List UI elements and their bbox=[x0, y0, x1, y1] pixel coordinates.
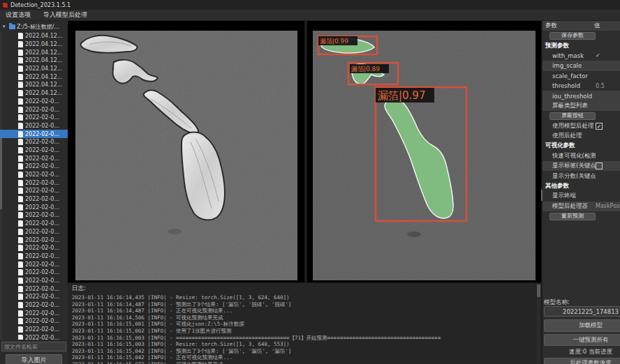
file-icon bbox=[18, 326, 23, 333]
postprocess-change-button[interactable]: 后处理参数改变 bbox=[544, 358, 620, 364]
log-scrollbar[interactable] bbox=[537, 285, 540, 363]
param-row[interactable]: 使用后处理 bbox=[542, 131, 620, 141]
import-images-button[interactable]: 导入图片 bbox=[6, 354, 62, 364]
file-name: 2022.04.12... bbox=[25, 66, 62, 72]
file-list-item[interactable]: 2022-02-0... bbox=[0, 146, 68, 155]
param-row[interactable]: scale_factor bbox=[542, 71, 620, 81]
file-name: 2022-02-0... bbox=[25, 294, 59, 300]
param-checkbox[interactable]: ✓ bbox=[596, 123, 603, 130]
original-image-view[interactable] bbox=[68, 21, 304, 282]
file-icon bbox=[18, 318, 23, 324]
file-list-item[interactable]: 2022-02-0... bbox=[0, 122, 68, 130]
file-name: 2022-02-0... bbox=[25, 237, 59, 243]
file-list-item[interactable]: 2022-02-0... bbox=[0, 309, 68, 317]
file-list-item[interactable]: 2022-02-0... bbox=[0, 154, 68, 162]
param-row[interactable]: 使用模型后处理✓ bbox=[542, 121, 620, 131]
file-icon bbox=[18, 180, 23, 186]
file-list-item[interactable]: 2022-02-0... bbox=[0, 260, 68, 268]
tree-root-folder[interactable]: ▾ Z:/5-标注数据/... bbox=[3, 22, 59, 31]
file-icon bbox=[18, 57, 23, 63]
file-list-item[interactable]: 2022-02-0... bbox=[0, 236, 68, 244]
param-row[interactable]: 模型后处理器MaskPostPro bbox=[542, 202, 620, 211]
param-row[interactable]: 屏蔽类型列表 bbox=[542, 101, 620, 111]
file-name: 2022-02-0... bbox=[25, 156, 59, 162]
file-list-item[interactable]: 2022.04.12... bbox=[0, 48, 68, 56]
param-label: with_mask bbox=[542, 52, 596, 59]
param-row[interactable]: iou_threshold bbox=[542, 91, 620, 100]
prediction-image-view[interactable]: 漏箔|0.99 漏箔|0.89 漏箔|0.97 bbox=[307, 21, 541, 282]
file-list-item[interactable]: 2022-02-0... bbox=[0, 277, 68, 285]
file-list-item[interactable]: 2022-02-0... bbox=[0, 252, 68, 261]
search-input[interactable] bbox=[1, 342, 66, 351]
file-list-item[interactable]: 2022.04.12... bbox=[0, 56, 68, 65]
file-list-item[interactable]: 2022.04.12... bbox=[0, 73, 68, 81]
file-name: 2022-02-0... bbox=[25, 188, 59, 194]
param-rows: 保存参数预测参数with_mask✓img_scalescale_factort… bbox=[542, 31, 620, 221]
file-list-item[interactable]: 2022-02-0... bbox=[0, 130, 68, 138]
param-checkbox[interactable] bbox=[596, 162, 603, 169]
file-name: 2022-02-0... bbox=[25, 180, 59, 186]
log-line: 2023-01-11 16:16:15,073 |INFO| - 可视化预测结果… bbox=[68, 361, 541, 364]
log-line: 2023-01-11 16:16:15,003 |INFO| - Resize:… bbox=[68, 341, 541, 348]
file-list-item[interactable]: 2022-02-0... bbox=[0, 171, 68, 179]
image-smudge bbox=[407, 232, 421, 237]
log-scrollbar-thumb[interactable] bbox=[537, 285, 540, 297]
file-list-item[interactable]: 2022-02-0... bbox=[0, 98, 68, 106]
param-row[interactable]: threshold0.5 bbox=[542, 81, 620, 91]
file-list-item[interactable]: 2022-02-0... bbox=[0, 195, 68, 204]
file-list-item[interactable]: 2022-02-0... bbox=[0, 187, 68, 195]
prediction-image: 漏箔|0.99 漏箔|0.89 漏箔|0.97 bbox=[313, 31, 536, 280]
expand-arrow-icon[interactable]: ▾ bbox=[3, 24, 8, 29]
param-value: MaskPostPro bbox=[596, 203, 620, 209]
param-label: 显示标签(关键点) bbox=[542, 162, 596, 170]
predict-all-button[interactable]: 一键预测所有 bbox=[544, 334, 620, 346]
file-list-item[interactable]: 2022-02-0... bbox=[0, 179, 68, 187]
file-list-item[interactable]: 2022-02-0... bbox=[0, 114, 68, 122]
log-line: 2023-01-11 16:16:14,435 |INFO| - Resize:… bbox=[68, 294, 541, 301]
param-row[interactable]: with_mask✓ bbox=[542, 51, 620, 61]
file-list-item[interactable]: 2022.04.12... bbox=[0, 89, 68, 98]
param-button[interactable]: 保存参数 bbox=[549, 32, 596, 40]
param-row: 保存参数 bbox=[542, 31, 620, 40]
file-list: 2022.04.12... 2022.04.12... 2022.04.12..… bbox=[0, 32, 68, 340]
param-button[interactable]: 屏蔽按钮 bbox=[549, 112, 596, 120]
param-row[interactable]: 显示分数(关键点) bbox=[542, 171, 620, 181]
load-model-button[interactable]: 加载模型 bbox=[544, 319, 620, 332]
tree-root-label: Z:/5-标注数据/... bbox=[17, 23, 59, 31]
file-list-item[interactable]: 2022-02-0... bbox=[0, 285, 68, 293]
title-bar: Detection_2023.1.5.1 bbox=[0, 0, 620, 10]
menu-settings[interactable]: 设置选项 bbox=[6, 10, 31, 20]
file-list-item[interactable]: 2022-02-0... bbox=[0, 244, 68, 252]
file-list-item[interactable]: 2022-02-0... bbox=[0, 138, 68, 146]
file-list-item[interactable]: 2022-02-0... bbox=[0, 293, 68, 301]
param-row[interactable]: 显示终端 bbox=[542, 191, 620, 201]
param-label: 显示终端 bbox=[542, 192, 596, 200]
file-list-item[interactable]: 2022-02-0... bbox=[0, 333, 68, 340]
file-list-item[interactable]: 2022.04.12... bbox=[0, 32, 68, 40]
file-list-item[interactable]: 2022-02-0... bbox=[0, 326, 68, 334]
file-list-item[interactable]: 2022-02-0... bbox=[0, 105, 68, 114]
file-list-item[interactable]: 2022-02-0... bbox=[0, 301, 68, 310]
param-button[interactable]: 重新预测 bbox=[549, 213, 596, 220]
param-row[interactable]: 显示标签(关键点) bbox=[542, 161, 620, 171]
file-list-item[interactable]: 2022.04.12... bbox=[0, 40, 68, 49]
file-list-item[interactable]: 2022.04.12... bbox=[0, 65, 68, 73]
file-icon bbox=[18, 156, 23, 162]
file-list-item[interactable]: 2022-02-0... bbox=[0, 228, 68, 236]
file-list-item[interactable]: 2022-02-0... bbox=[0, 268, 68, 277]
file-list-item[interactable]: 2022-02-0... bbox=[0, 317, 68, 326]
file-icon bbox=[18, 220, 23, 227]
log-panel: 日志: 2023-01-11 16:16:14,435 |INFO| - Res… bbox=[68, 282, 541, 364]
file-list-item[interactable]: 2022.04.12... bbox=[0, 81, 68, 89]
file-list-item[interactable]: 2022-02-0... bbox=[0, 220, 68, 228]
file-list-item[interactable]: 2022-02-0... bbox=[0, 203, 68, 211]
menu-import-postprocess[interactable]: 导入模型后处理 bbox=[43, 10, 87, 20]
model-name-field[interactable]: 20221225_174813 bbox=[544, 306, 620, 317]
file-name: 2022.04.12... bbox=[25, 57, 62, 63]
file-list-item[interactable]: 2022-02-0... bbox=[0, 162, 68, 171]
file-list-item[interactable]: 2022-02-0... bbox=[0, 211, 68, 220]
file-name: 2022-02-0... bbox=[25, 172, 59, 178]
window-title: Detection_2023.1.5.1 bbox=[10, 2, 71, 8]
param-row[interactable]: img_scale bbox=[542, 61, 620, 70]
param-row[interactable]: 快速可视化(检测) bbox=[542, 151, 620, 161]
